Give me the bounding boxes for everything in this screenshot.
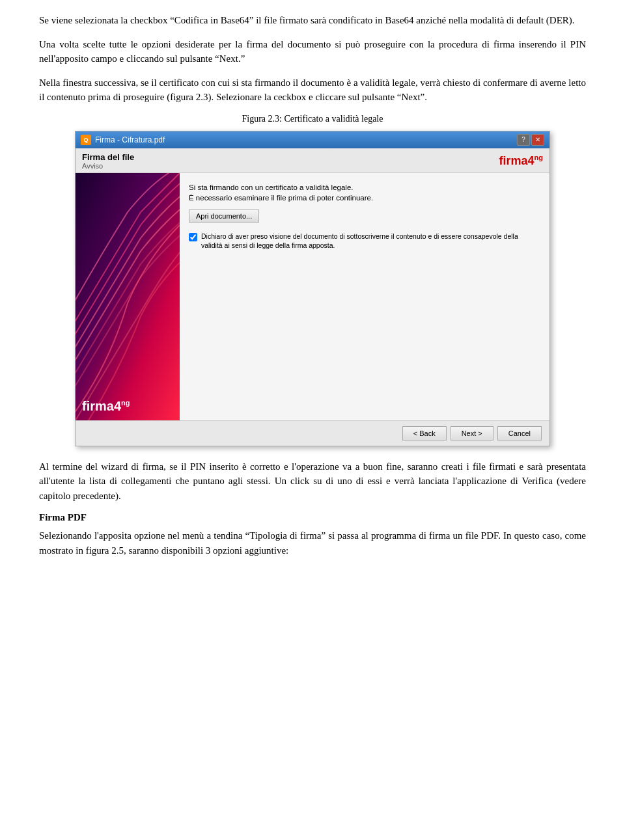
titlebar-left: Q Firma - Cifratura.pdf (81, 135, 165, 145)
titlebar-controls: ? ✕ (517, 134, 544, 146)
help-icon: ? (521, 136, 525, 143)
section-heading-firma-pdf: Firma PDF (39, 512, 586, 523)
close-button[interactable]: ✕ (531, 134, 544, 146)
curve-decoration: .curve { fill: none; stroke-width: 2; op… (76, 173, 180, 420)
figure-caption: Figura 2.3: Certificato a validità legal… (39, 114, 586, 124)
firma-logo-header: firma4ng (499, 154, 543, 168)
titlebar-title: Firma - Cifratura.pdf (95, 135, 165, 144)
paragraph-4: Al termine del wizard di firma, se il PI… (39, 459, 586, 504)
p1-text: Se viene selezionata la checkbox “Codifi… (39, 15, 575, 25)
dialog-footer: < Back Next > Cancel (76, 420, 549, 446)
back-button[interactable]: < Back (402, 426, 447, 440)
dialog-wrapper: Q Firma - Cifratura.pdf ? ✕ Firma del fi… (39, 131, 586, 446)
checkbox-label: Dichiaro di aver preso visione del docum… (201, 232, 540, 250)
dialog-message: Si sta firmando con un certificato a val… (189, 182, 540, 203)
p5-text: Selezionando l'apposita opzione nel menù… (39, 530, 586, 556)
figure-caption-text: Figura 2.3: Certificato a validità legal… (242, 114, 383, 124)
dialog-content-area: .curve { fill: none; stroke-width: 2; op… (76, 173, 549, 420)
message-line2: È necessario esaminare il file prima di … (189, 194, 373, 202)
firma-logo-panel: firma4ng (82, 399, 173, 414)
legal-validity-checkbox[interactable] (189, 233, 197, 241)
p2-text: Una volta scelte tutte le opzioni deside… (39, 39, 586, 64)
p4-text: Al termine del wizard di firma, se il PI… (39, 461, 586, 501)
paragraph-5: Selezionando l'apposita opzione nel menù… (39, 528, 586, 558)
close-icon: ✕ (535, 136, 540, 143)
paragraph-2: Una volta scelte tutte le opzioni deside… (39, 37, 586, 66)
open-document-btn-wrapper: Apri documento... (189, 210, 540, 223)
paragraph-1: Se viene selezionata la checkbox “Codifi… (39, 13, 586, 28)
next-button[interactable]: Next > (451, 426, 493, 440)
help-button[interactable]: ? (517, 134, 530, 146)
svg-rect-0 (76, 173, 180, 420)
open-document-button[interactable]: Apri documento... (189, 210, 259, 223)
dialog-left-panel: .curve { fill: none; stroke-width: 2; op… (76, 173, 180, 420)
dialog-right-panel: Si sta firmando con un certificato a val… (180, 173, 549, 420)
paragraph-3: Nella finestra successiva, se il certifi… (39, 75, 586, 105)
dialog-window: Q Firma - Cifratura.pdf ? ✕ Firma del fi… (75, 131, 550, 446)
titlebar-app-icon: Q (81, 135, 91, 145)
dialog-titlebar: Q Firma - Cifratura.pdf ? ✕ (76, 131, 549, 148)
dialog-header-left: Firma del file Avviso (82, 152, 134, 170)
dialog-title: Firma del file (82, 152, 134, 162)
checkbox-row: Dichiaro di aver preso visione del docum… (189, 232, 540, 250)
dialog-header-row: Firma del file Avviso firma4ng (76, 148, 549, 173)
p3-text: Nella finestra successiva, se il certifi… (39, 77, 586, 103)
dialog-body: Firma del file Avviso firma4ng .curve { (76, 148, 549, 446)
dialog-subtitle: Avviso (82, 162, 134, 170)
message-line1: Si sta firmando con un certificato a val… (189, 183, 354, 191)
cancel-button[interactable]: Cancel (497, 426, 542, 440)
